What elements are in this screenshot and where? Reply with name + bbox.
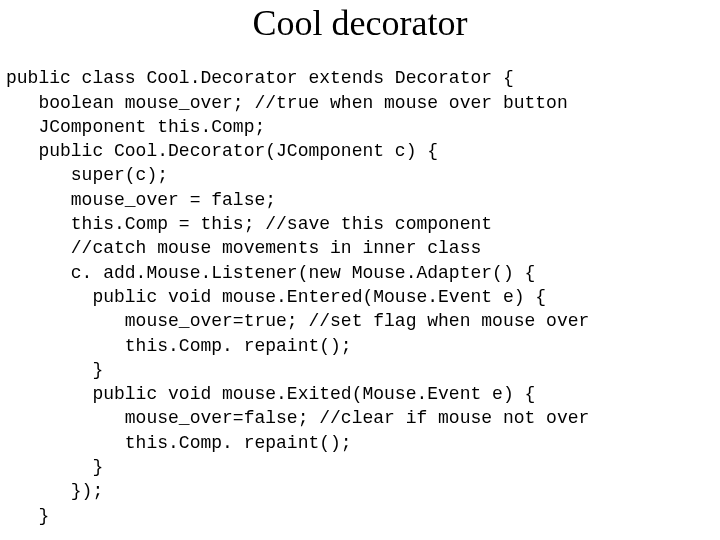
code-line: }	[6, 457, 103, 477]
code-line: public void mouse.Entered(Mouse.Event e)…	[6, 287, 546, 307]
code-line: public Cool.Decorator(JComponent c) {	[6, 141, 438, 161]
code-line: this.Comp. repaint();	[6, 433, 352, 453]
code-line: //catch mouse movements in inner class	[6, 238, 481, 258]
code-line: this.Comp = this; //save this component	[6, 214, 492, 234]
code-line: public void mouse.Exited(Mouse.Event e) …	[6, 384, 535, 404]
code-line: mouse_over = false;	[6, 190, 276, 210]
code-line: c. add.Mouse.Listener(new Mouse.Adapter(…	[6, 263, 535, 283]
code-line: }	[6, 360, 103, 380]
code-line: mouse_over=false; //clear if mouse not o…	[6, 408, 589, 428]
code-line: });	[6, 481, 103, 501]
code-line: }	[6, 506, 49, 526]
code-line: super(c);	[6, 165, 168, 185]
code-line: boolean mouse_over; //true when mouse ov…	[6, 93, 568, 113]
code-line: this.Comp. repaint();	[6, 336, 352, 356]
code-block: public class Cool.Decorator extends Deco…	[0, 42, 720, 540]
code-line: mouse_over=true; //set flag when mouse o…	[6, 311, 589, 331]
code-line: public class Cool.Decorator extends Deco…	[6, 68, 514, 88]
code-line: JComponent this.Comp;	[6, 117, 265, 137]
slide-title: Cool decorator	[0, 0, 720, 44]
slide: Cool decorator public class Cool.Decorat…	[0, 0, 720, 540]
